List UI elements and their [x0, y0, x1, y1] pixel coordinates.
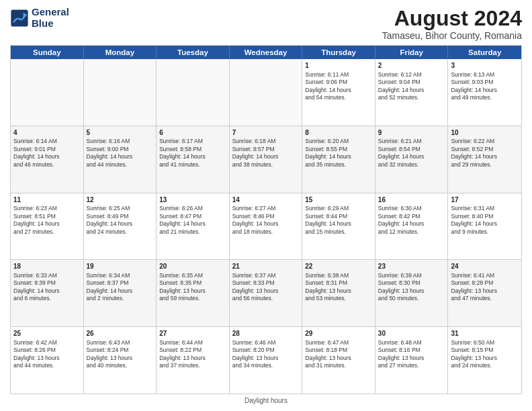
day-info-line: Sunrise: 6:23 AM: [13, 205, 81, 212]
day-number: 1: [305, 61, 372, 71]
day-info-line: Daylight: 14 hours: [87, 220, 154, 228]
day-info-line: Sunset: 8:31 PM: [305, 279, 372, 287]
day-cell: 18Sunrise: 6:33 AMSunset: 8:39 PMDayligh…: [11, 260, 84, 326]
day-number: 3: [451, 61, 519, 71]
day-info-line: Sunset: 8:47 PM: [159, 213, 226, 220]
calendar-body: 1Sunrise: 6:11 AMSunset: 9:06 PMDaylight…: [11, 59, 521, 394]
day-cell: 9Sunrise: 6:21 AMSunset: 8:54 PMDaylight…: [375, 126, 449, 193]
day-info-line: and 6 minutes.: [13, 295, 81, 302]
calendar-row: 11Sunrise: 6:23 AMSunset: 8:51 PMDayligh…: [11, 193, 521, 260]
day-info-line: Sunrise: 6:46 AM: [232, 339, 300, 347]
day-number: 5: [87, 128, 154, 138]
day-info-line: Sunrise: 6:50 AM: [451, 339, 519, 347]
day-info-line: and 35 minutes.: [305, 161, 372, 169]
day-info-line: and 59 minutes.: [159, 295, 226, 302]
day-info-line: and 18 minutes.: [232, 228, 300, 236]
day-info-line: Daylight: 14 hours: [378, 153, 445, 161]
day-info-line: Daylight: 14 hours: [87, 287, 154, 295]
day-info-line: Daylight: 14 hours: [13, 153, 81, 161]
day-info-line: Daylight: 13 hours: [451, 355, 519, 362]
footer-note: Daylight hours: [10, 397, 522, 404]
logo-icon: [10, 9, 29, 28]
day-number: 9: [378, 128, 445, 138]
day-info-line: and 27 minutes.: [13, 228, 81, 236]
day-cell: [11, 59, 84, 126]
day-header-wednesday: Wednesday: [230, 46, 303, 59]
day-cell: 21Sunrise: 6:37 AMSunset: 8:33 PMDayligh…: [230, 260, 303, 326]
day-info-line: Daylight: 14 hours: [13, 220, 81, 228]
calendar-row: 18Sunrise: 6:33 AMSunset: 8:39 PMDayligh…: [11, 259, 521, 326]
day-info-line: Daylight: 14 hours: [159, 220, 226, 228]
day-number: 17: [451, 195, 519, 205]
day-info-line: Sunset: 8:35 PM: [159, 279, 226, 287]
calendar-row: 4Sunrise: 6:14 AMSunset: 9:01 PMDaylight…: [11, 126, 521, 193]
day-info-line: Daylight: 14 hours: [159, 153, 226, 161]
day-cell: 10Sunrise: 6:22 AMSunset: 8:52 PMDayligh…: [448, 126, 521, 193]
day-cell: 20Sunrise: 6:35 AMSunset: 8:35 PMDayligh…: [157, 260, 230, 326]
day-info-line: Sunrise: 6:21 AM: [378, 138, 445, 145]
day-cell: 14Sunrise: 6:27 AMSunset: 8:46 PMDayligh…: [230, 193, 303, 260]
day-number: 12: [87, 195, 154, 205]
day-cell: 30Sunrise: 6:48 AMSunset: 8:16 PMDayligh…: [375, 327, 449, 394]
day-info-line: and 49 minutes.: [451, 94, 519, 101]
day-info-line: Daylight: 13 hours: [305, 287, 372, 295]
day-info-line: and 38 minutes.: [232, 161, 300, 169]
day-info-line: Daylight: 13 hours: [13, 355, 81, 362]
day-info-line: and 9 minutes.: [451, 228, 519, 236]
day-number: 18: [13, 262, 81, 271]
header: General Blue August 2024 Tamaseu, Bihor …: [10, 7, 522, 41]
day-info-line: Sunrise: 6:42 AM: [13, 339, 81, 347]
day-info-line: and 53 minutes.: [305, 295, 372, 302]
day-cell: 15Sunrise: 6:29 AMSunset: 8:44 PMDayligh…: [302, 193, 375, 260]
day-info-line: and 47 minutes.: [451, 295, 519, 302]
day-info-line: and 41 minutes.: [159, 161, 226, 169]
day-info-line: Sunset: 8:49 PM: [87, 213, 154, 220]
day-number: 11: [13, 195, 81, 205]
day-number: 8: [305, 128, 372, 138]
svg-rect-0: [11, 9, 28, 26]
day-info-line: Daylight: 13 hours: [159, 355, 226, 362]
day-info-line: Sunrise: 6:48 AM: [378, 339, 445, 347]
day-info-line: Sunset: 8:51 PM: [13, 213, 81, 220]
day-cell: 5Sunrise: 6:16 AMSunset: 9:00 PMDaylight…: [84, 126, 157, 193]
day-info-line: Sunrise: 6:13 AM: [451, 71, 519, 79]
day-info-line: Daylight: 14 hours: [451, 87, 519, 94]
day-info-line: Daylight: 13 hours: [451, 287, 519, 295]
day-number: 10: [451, 128, 519, 138]
day-info-line: and 24 minutes.: [87, 228, 154, 236]
day-info-line: Sunset: 8:42 PM: [378, 213, 445, 220]
day-number: 2: [378, 61, 445, 71]
day-cell: 12Sunrise: 6:25 AMSunset: 8:49 PMDayligh…: [84, 193, 157, 260]
day-info-line: Sunset: 8:22 PM: [159, 347, 226, 354]
day-cell: 22Sunrise: 6:38 AMSunset: 8:31 PMDayligh…: [302, 260, 375, 326]
day-info-line: Sunset: 8:55 PM: [305, 146, 372, 153]
day-number: 21: [232, 262, 300, 271]
day-info-line: and 2 minutes.: [87, 295, 154, 302]
day-cell: [84, 59, 157, 126]
day-info-line: Sunrise: 6:41 AM: [451, 272, 519, 279]
day-info-line: Daylight: 14 hours: [451, 220, 519, 228]
day-info-line: Sunrise: 6:26 AM: [159, 205, 226, 212]
day-info-line: and 44 minutes.: [87, 161, 154, 169]
day-info-line: Sunset: 8:37 PM: [87, 279, 154, 287]
day-number: 29: [305, 329, 372, 338]
logo-text: General Blue: [32, 7, 69, 29]
day-info-line: Sunset: 9:04 PM: [378, 79, 445, 86]
day-info-line: and 40 minutes.: [87, 362, 154, 369]
day-info-line: Sunset: 8:16 PM: [378, 347, 445, 354]
day-number: 25: [13, 329, 81, 338]
day-info-line: and 34 minutes.: [232, 362, 300, 369]
day-number: 16: [378, 195, 445, 205]
month-title: August 2024: [382, 7, 522, 30]
day-info-line: Sunset: 8:18 PM: [305, 347, 372, 354]
logo: General Blue: [10, 7, 69, 29]
day-info-line: Sunrise: 6:39 AM: [378, 272, 445, 279]
calendar-row: 25Sunrise: 6:42 AMSunset: 8:26 PMDayligh…: [11, 326, 521, 394]
day-info-line: Daylight: 13 hours: [232, 287, 300, 295]
day-cell: 28Sunrise: 6:46 AMSunset: 8:20 PMDayligh…: [230, 327, 303, 394]
day-info-line: Sunset: 9:01 PM: [13, 146, 81, 153]
day-header-tuesday: Tuesday: [157, 46, 230, 59]
day-number: 22: [305, 262, 372, 271]
day-cell: 27Sunrise: 6:44 AMSunset: 8:22 PMDayligh…: [157, 327, 230, 394]
day-cell: 4Sunrise: 6:14 AMSunset: 9:01 PMDaylight…: [11, 126, 84, 193]
